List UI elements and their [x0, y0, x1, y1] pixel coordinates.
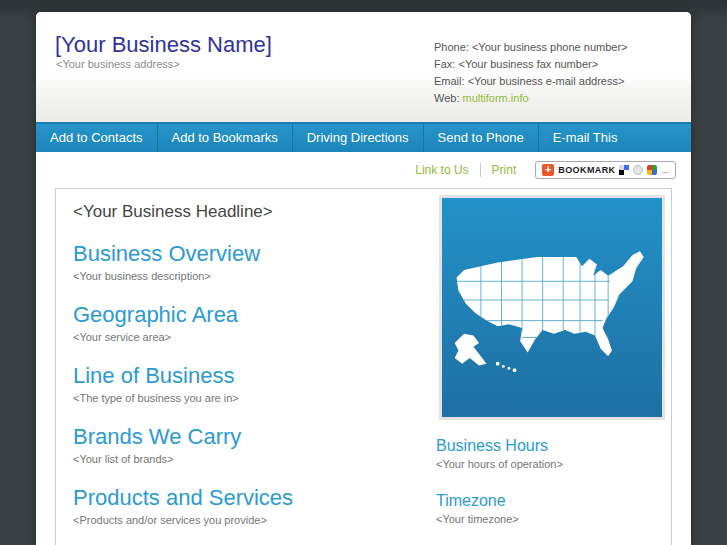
nav-item-add-to-bookmarks[interactable]: Add to Bookmarks: [158, 124, 293, 152]
phone-value: <Your business phone number>: [472, 41, 628, 53]
business-name: [Your Business Name]: [55, 32, 272, 58]
contact-web: Web: multiform.info: [434, 90, 627, 107]
section-brands-we-carry: Brands We Carry <Your list of brands>: [73, 426, 423, 466]
contact-phone: Phone: <Your business phone number>: [434, 39, 627, 56]
section-geographic-area: Geographic Area <Your service area>: [73, 304, 423, 344]
section-heading: Products and Services: [73, 487, 423, 509]
fax-label: Fax:: [434, 58, 455, 70]
msn-icon: [647, 165, 657, 175]
bookmark-more-label: ...: [661, 165, 669, 175]
nav-item-add-to-contacts[interactable]: Add to Contacts: [36, 124, 158, 152]
print-link[interactable]: Print: [492, 163, 517, 177]
section-placeholder: <The type of business you are in>: [73, 392, 423, 405]
hours-column: Business Hours <Your hours of operation>…: [436, 437, 656, 526]
action-bar: Add to Contacts Add to Bookmarks Driving…: [36, 122, 691, 152]
business-headline: <Your Business Headline>: [73, 202, 423, 222]
section-heading: Geographic Area: [73, 304, 423, 326]
section-heading: Business Overview: [73, 243, 423, 265]
section-placeholder: <Your list of brands>: [73, 453, 423, 466]
section-heading: Brands We Carry: [73, 426, 423, 448]
fax-value: <Your business fax number>: [458, 58, 598, 70]
business-address: <Your business address>: [56, 58, 180, 70]
addthis-plus-icon: +: [542, 164, 554, 176]
usa-map: [439, 195, 665, 420]
divider: [480, 163, 481, 177]
website-link[interactable]: multiform.info: [463, 92, 529, 104]
section-products-and-services: Products and Services <Products and/or s…: [73, 487, 423, 527]
page-header: [Your Business Name] <Your business addr…: [36, 12, 691, 122]
section-business-overview: Business Overview <Your business descrip…: [73, 243, 423, 283]
section-heading: Business Hours: [436, 437, 656, 454]
phone-label: Phone:: [434, 41, 469, 53]
business-details-column: <Your Business Headline> Business Overvi…: [73, 189, 423, 545]
usa-map-background: [442, 198, 662, 417]
usa-map-graphic: [449, 242, 655, 373]
section-placeholder: <Your service area>: [73, 331, 423, 344]
content-panel: <Your Business Headline> Business Overvi…: [55, 188, 672, 545]
contact-email: Email: <Your business e-mail address>: [434, 73, 627, 90]
section-line-of-business: Line of Business <The type of business y…: [73, 365, 423, 405]
bookmark-label: BOOKMARK: [558, 165, 615, 175]
email-value: <Your business e-mail address>: [468, 75, 625, 87]
section-placeholder: <Your business description>: [73, 270, 423, 283]
bookmark-button[interactable]: + BOOKMARK ...: [535, 161, 676, 179]
share-service-icon: [633, 165, 643, 175]
section-placeholder: <Your hours of operation>: [436, 458, 656, 471]
section-heading: Timezone: [436, 492, 656, 509]
page: [Your Business Name] <Your business addr…: [36, 12, 691, 545]
nav-item-driving-directions[interactable]: Driving Directions: [293, 124, 424, 152]
section-business-hours: Business Hours <Your hours of operation>: [436, 437, 656, 471]
nav-item-send-to-phone[interactable]: Send to Phone: [424, 124, 539, 152]
contact-fax: Fax: <Your business fax number>: [434, 56, 627, 73]
email-label: Email:: [434, 75, 465, 87]
utility-bar: Link to Us Print + BOOKMARK ...: [36, 152, 676, 188]
section-heading: Line of Business: [73, 365, 423, 387]
link-to-us-link[interactable]: Link to Us: [415, 163, 468, 177]
web-label: Web:: [434, 92, 459, 104]
section-placeholder: <Products and/or services you provide>: [73, 514, 423, 527]
delicious-icon: [619, 165, 629, 175]
section-timezone: Timezone <Your timezone>: [436, 492, 656, 526]
section-placeholder: <Your timezone>: [436, 513, 656, 526]
contact-info: Phone: <Your business phone number> Fax:…: [434, 39, 627, 107]
nav-item-email-this[interactable]: E-mail This: [539, 124, 632, 152]
